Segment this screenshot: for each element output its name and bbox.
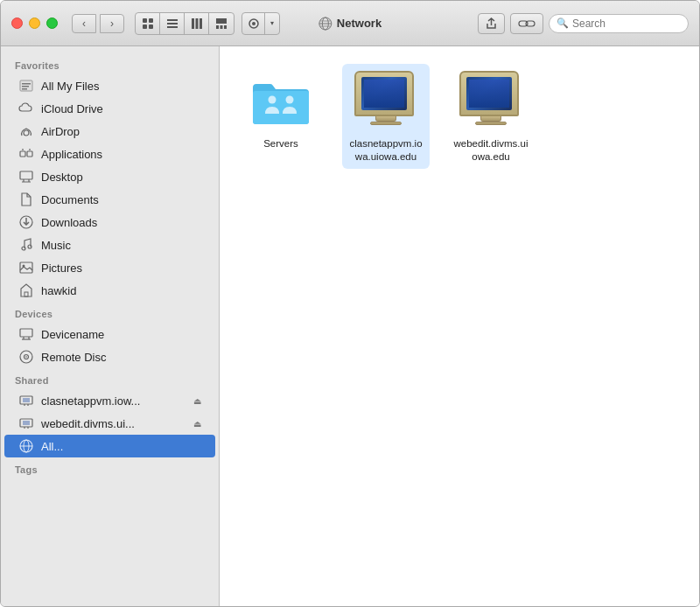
webedit-icon xyxy=(18,415,34,431)
file-item-webedit[interactable]: webedit.divms.uiowa.edu xyxy=(447,64,535,169)
svg-rect-1 xyxy=(149,18,153,23)
sidebar-all-my-files-label: All My Files xyxy=(41,80,201,93)
svg-rect-12 xyxy=(220,25,223,29)
sidebar-item-downloads[interactable]: Downloads xyxy=(4,211,215,234)
svg-rect-0 xyxy=(143,18,147,23)
applications-icon xyxy=(18,146,34,162)
svg-rect-55 xyxy=(23,421,30,425)
file-item-clasnetappvm[interactable]: clasnetappvm.iowa.uiowa.edu xyxy=(342,64,430,169)
tags-label: Tags xyxy=(1,457,219,478)
svg-rect-32 xyxy=(20,171,32,179)
webedit-server-icon xyxy=(459,69,522,132)
sidebar-item-all-my-files[interactable]: All My Files xyxy=(4,74,215,97)
devices-label: Devices xyxy=(1,302,219,323)
downloads-icon xyxy=(18,214,34,230)
sidebar-item-hawkid[interactable]: hawkid xyxy=(4,279,215,302)
forward-button[interactable]: › xyxy=(100,14,124,33)
tag-button[interactable] xyxy=(510,13,543,34)
sidebar-item-pictures[interactable]: Pictures xyxy=(4,256,215,279)
eject-icon-webedit[interactable]: ⏏ xyxy=(193,419,201,429)
clasnetappvm-icon xyxy=(18,393,34,408)
sidebar-item-airdrop[interactable]: AirDrop xyxy=(4,120,215,143)
sidebar-devicename-label: Devicename xyxy=(41,328,201,341)
airdrop-icon xyxy=(18,123,34,139)
webedit-server-label: webedit.divms.uiowa.edu xyxy=(452,137,529,164)
sidebar-item-music[interactable]: Music xyxy=(4,234,215,256)
window-title: Network xyxy=(337,17,382,30)
search-box[interactable]: 🔍 xyxy=(549,14,689,33)
sidebar-music-label: Music xyxy=(41,239,201,252)
all-shared-icon xyxy=(18,438,34,454)
svg-rect-61 xyxy=(253,91,309,124)
desktop-icon xyxy=(18,169,34,185)
sidebar-item-webedit[interactable]: webedit.divms.ui... ⏏ xyxy=(4,412,215,435)
sidebar-item-applications[interactable]: Applications xyxy=(4,143,215,165)
sidebar-downloads-label: Downloads xyxy=(41,216,201,229)
sidebar-documents-label: Documents xyxy=(41,193,201,206)
sidebar-item-devicename[interactable]: Devicename xyxy=(4,323,215,345)
search-icon: 🔍 xyxy=(556,17,569,29)
sidebar-item-all-shared[interactable]: All... xyxy=(4,435,215,457)
title-area: Network xyxy=(318,17,382,31)
svg-rect-29 xyxy=(27,151,32,157)
svg-rect-42 xyxy=(24,292,28,297)
servers-folder-icon xyxy=(249,69,312,132)
svg-rect-28 xyxy=(20,151,25,157)
sidebar-airdrop-label: AirDrop xyxy=(41,125,201,138)
cover-flow-button[interactable] xyxy=(209,13,234,34)
music-icon xyxy=(18,237,34,253)
sidebar-remote-disc-label: Remote Disc xyxy=(41,351,201,364)
sidebar-all-shared-label: All... xyxy=(41,440,201,453)
sidebar-desktop-label: Desktop xyxy=(41,171,201,184)
svg-rect-25 xyxy=(22,86,29,87)
sidebar-webedit-label: webedit.divms.ui... xyxy=(41,417,186,430)
sidebar-item-clasnetappvm[interactable]: clasnetappvm.iow... ⏏ xyxy=(4,389,215,412)
share-button[interactable] xyxy=(478,13,505,34)
svg-rect-7 xyxy=(192,18,194,29)
svg-rect-3 xyxy=(149,24,153,29)
titlebar: ‹ › xyxy=(1,1,699,46)
eject-icon-clasnet[interactable]: ⏏ xyxy=(193,396,201,406)
maximize-button[interactable] xyxy=(46,17,58,29)
svg-point-63 xyxy=(286,96,294,104)
svg-point-27 xyxy=(24,130,29,136)
documents-icon xyxy=(18,192,34,207)
close-button[interactable] xyxy=(11,17,23,29)
svg-rect-26 xyxy=(22,88,27,90)
nav-buttons: ‹ › xyxy=(72,14,124,33)
svg-point-39 xyxy=(28,245,32,248)
svg-rect-43 xyxy=(20,329,32,337)
shared-label: Shared xyxy=(1,368,219,389)
svg-rect-4 xyxy=(167,19,178,21)
sidebar-item-icloud-drive[interactable]: iCloud Drive xyxy=(4,97,215,120)
list-view-button[interactable] xyxy=(160,13,185,34)
icloud-drive-icon xyxy=(18,101,34,116)
svg-rect-10 xyxy=(216,18,227,24)
arrange-button[interactable] xyxy=(242,13,265,34)
arrange-dropdown[interactable]: ▾ xyxy=(265,13,279,34)
minimize-button[interactable] xyxy=(29,17,40,29)
column-view-button[interactable] xyxy=(185,13,209,34)
sidebar-item-remote-disc[interactable]: Remote Disc xyxy=(4,345,215,368)
icon-view-button[interactable] xyxy=(136,13,160,34)
svg-rect-51 xyxy=(23,398,30,402)
favorites-label: Favorites xyxy=(1,53,219,74)
file-item-servers[interactable]: Servers xyxy=(237,64,325,156)
sidebar-item-documents[interactable]: Documents xyxy=(4,188,215,211)
search-input[interactable] xyxy=(572,17,677,30)
sidebar-pictures-label: Pictures xyxy=(41,262,201,275)
svg-rect-13 xyxy=(224,25,227,29)
sidebar-item-desktop[interactable]: Desktop xyxy=(4,165,215,188)
remote-disc-icon xyxy=(18,349,34,365)
devicename-icon xyxy=(18,326,34,342)
traffic-lights xyxy=(11,17,58,29)
svg-point-49 xyxy=(25,356,27,358)
main-content: Favorites All My Files xyxy=(1,46,699,606)
svg-rect-9 xyxy=(200,18,202,29)
pictures-icon xyxy=(18,260,34,276)
sidebar-clasnetappvm-label: clasnetappvm.iow... xyxy=(41,394,186,408)
svg-rect-11 xyxy=(216,25,219,29)
svg-rect-24 xyxy=(22,83,31,85)
back-button[interactable]: ‹ xyxy=(72,14,96,33)
all-my-files-icon xyxy=(18,78,34,94)
